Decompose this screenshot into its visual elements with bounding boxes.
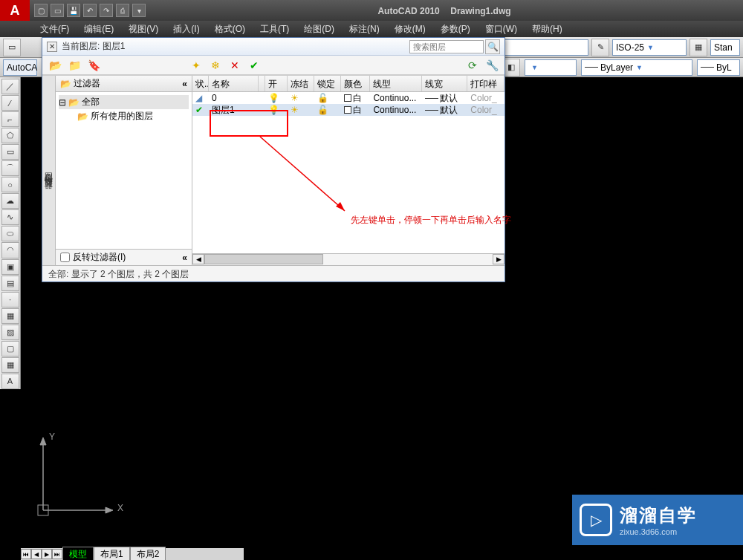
polyline-tool-icon[interactable]: ⌐ [1, 111, 19, 127]
save-icon[interactable]: 💾 [67, 4, 80, 17]
new-layer-icon[interactable]: ✦ [189, 59, 203, 72]
col-linetype[interactable]: 线型 [370, 76, 421, 91]
new-icon[interactable]: ▢ [34, 4, 48, 17]
menu-modify[interactable]: 修改(M) [387, 21, 433, 37]
tree-child[interactable]: 📂 所有使用的图层 [59, 109, 189, 123]
layer-name-cell[interactable]: 图层1 [209, 104, 259, 117]
layer-row[interactable]: ◢ 0 💡 ☀ 🔓 白 Continuo... 默认 Color_ [192, 92, 504, 104]
col-color[interactable]: 颜色 [341, 76, 371, 91]
tab-first-icon[interactable]: ⏮ [21, 549, 31, 559]
menu-file[interactable]: 文件(F) [33, 21, 77, 37]
tab-layout2[interactable]: 布局2 [130, 547, 166, 561]
dim-style-icon[interactable]: ✎ [591, 39, 609, 56]
plotstyle-cell[interactable]: Color_ [467, 105, 504, 115]
settings-icon[interactable]: 🔧 [485, 59, 499, 72]
linetype-cell[interactable]: Continuo... [370, 105, 421, 115]
grid-body[interactable]: ◢ 0 💡 ☀ 🔓 白 Continuo... 默认 Color_ ✔ 图层1 … [192, 92, 504, 253]
invert-filter-checkbox[interactable] [60, 253, 70, 262]
col-status[interactable]: 状.. [192, 76, 209, 91]
tab-model[interactable]: 模型 [62, 547, 94, 561]
dim-style-combo[interactable]: ISO-25 ▼ [612, 39, 687, 56]
horizontal-scrollbar[interactable]: ◀ ▶ [192, 253, 504, 265]
scroll-left-icon[interactable]: ◀ [192, 254, 204, 264]
search-input[interactable] [409, 40, 484, 53]
color-swatch-icon[interactable] [344, 106, 351, 114]
plotstyle-cell[interactable]: Color_ [467, 93, 504, 103]
make-block-tool-icon[interactable]: ▤ [1, 276, 19, 291]
print-icon[interactable]: ⎙ [116, 4, 129, 17]
lock-icon[interactable]: 🔓 [317, 93, 328, 103]
revcloud-tool-icon[interactable]: ☁ [1, 193, 19, 209]
delete-layer-icon[interactable]: ✕ [228, 59, 241, 72]
layer-row[interactable]: ✔ 图层1 💡 ☀ 🔓 白 Continuo... 默认 Color_ [192, 104, 504, 116]
hatch-tool-icon[interactable]: ▦ [1, 308, 19, 324]
lineweight-cell[interactable]: 默认 [422, 92, 468, 105]
xline-tool-icon[interactable]: ∕ [1, 95, 19, 111]
insert-block-tool-icon[interactable]: ▣ [1, 259, 19, 275]
layer-states-icon[interactable]: 🔖 [87, 59, 100, 72]
sun-icon[interactable]: ☀ [291, 105, 299, 115]
new-filter-icon[interactable]: 📂 [48, 59, 62, 72]
tab-layout1[interactable]: 布局1 [94, 547, 130, 561]
menu-tools[interactable]: 工具(T) [253, 21, 296, 37]
undo-icon[interactable]: ↶ [83, 4, 97, 17]
rectangle-tool-icon[interactable]: ▭ [1, 144, 19, 160]
scroll-track[interactable] [204, 254, 493, 265]
tab-last-icon[interactable]: ⏭ [52, 549, 62, 559]
table-style-combo[interactable]: Stan [710, 39, 740, 56]
col-lineweight[interactable]: 线宽 [422, 76, 468, 91]
bulb-icon[interactable]: 💡 [268, 105, 279, 115]
polygon-tool-icon[interactable]: ⬠ [1, 128, 19, 143]
new-group-filter-icon[interactable]: 📁 [68, 59, 81, 72]
circle-tool-icon[interactable]: ○ [1, 177, 19, 192]
col-lock[interactable]: 锁定 [314, 76, 341, 91]
sun-icon[interactable]: ☀ [291, 93, 299, 103]
menu-dimension[interactable]: 标注(N) [342, 21, 387, 37]
bulb-icon[interactable]: 💡 [268, 93, 279, 103]
ellipse-tool-icon[interactable]: ⬭ [1, 226, 19, 241]
text-tool-icon[interactable]: A [1, 374, 19, 389]
col-on[interactable]: 开 [265, 76, 288, 91]
menu-format[interactable]: 格式(O) [207, 21, 253, 37]
scroll-thumb[interactable] [204, 254, 323, 264]
tree-root[interactable]: ⊟📂 全部 [59, 95, 189, 109]
table-style-icon[interactable]: ▦ [690, 39, 707, 56]
line-tool-icon[interactable]: ／ [1, 79, 19, 94]
linetype-combo[interactable]: ByLayer ▼ [581, 59, 692, 76]
set-current-icon[interactable]: ✔ [247, 59, 261, 72]
gradient-tool-icon[interactable]: ▨ [1, 325, 19, 340]
dialog-titlebar[interactable]: ✕ 当前图层: 图层1 🔍 [42, 38, 504, 56]
region-tool-icon[interactable]: ▢ [1, 341, 19, 356]
ellipse-arc-tool-icon[interactable]: ◠ [1, 242, 19, 258]
close-icon[interactable]: ✕ [47, 42, 57, 52]
search-icon[interactable]: 🔍 [485, 39, 500, 54]
toolbar-btn-1[interactable]: ▭ [3, 39, 21, 56]
collapse-icon[interactable]: « [182, 79, 187, 89]
doc-tab[interactable]: AutoCA [3, 59, 37, 76]
spline-tool-icon[interactable]: ∿ [1, 209, 19, 225]
col-plotstyle[interactable]: 打印样 [467, 76, 504, 91]
lock-icon[interactable]: 🔓 [317, 105, 328, 115]
col-name[interactable]: 名称 [209, 76, 259, 91]
table-tool-icon[interactable]: ▦ [1, 357, 19, 373]
open-icon[interactable]: ▭ [51, 4, 64, 17]
tab-next-icon[interactable]: ▶ [42, 549, 52, 559]
redo-icon[interactable]: ↷ [100, 4, 113, 17]
qat-dropdown-icon[interactable]: ▾ [132, 4, 146, 17]
app-logo[interactable]: A [0, 0, 30, 21]
lineweight-combo[interactable]: ByL [697, 59, 740, 76]
new-layer-freeze-icon[interactable]: ❄ [209, 59, 222, 72]
arc-tool-icon[interactable]: ⌒ [1, 160, 19, 176]
col-freeze[interactable]: 冻结 [288, 76, 314, 91]
filter-tree[interactable]: ⊟📂 全部 📂 所有使用的图层 [56, 92, 192, 249]
layer-name-cell[interactable]: 0 [209, 93, 259, 103]
menu-window[interactable]: 窗口(W) [478, 21, 525, 37]
tab-prev-icon[interactable]: ◀ [31, 549, 42, 559]
menu-view[interactable]: 视图(V) [121, 21, 166, 37]
menu-insert[interactable]: 插入(I) [166, 21, 207, 37]
collapse-icon[interactable]: « [182, 253, 187, 263]
lineweight-cell[interactable]: 默认 [422, 104, 468, 117]
scroll-right-icon[interactable]: ▶ [493, 254, 504, 264]
color-swatch-icon[interactable] [344, 94, 351, 102]
refresh-icon[interactable]: ⟳ [466, 59, 479, 72]
